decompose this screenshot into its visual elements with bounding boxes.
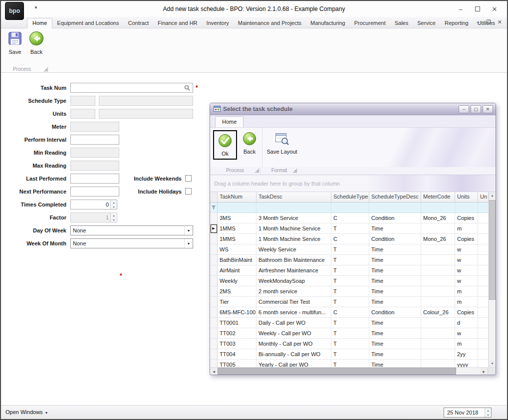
dialog-minimize-button[interactable]: –: [459, 105, 469, 113]
spin-up-icon[interactable]: ▲: [111, 200, 117, 205]
vertical-scroll-thumb[interactable]: [489, 200, 496, 300]
factor-stepper[interactable]: 1 ▲ ▼: [70, 212, 117, 222]
dialog-back-button[interactable]: Back: [239, 130, 260, 155]
dialog-close-button[interactable]: ✕: [483, 105, 493, 113]
quick-access-dropdown-icon[interactable]: ▼: [34, 5, 38, 10]
group-dialog-launcher-icon[interactable]: [44, 67, 48, 71]
close-button[interactable]: ✕: [486, 2, 503, 15]
units-desc-input[interactable]: [99, 109, 193, 119]
scroll-down-icon[interactable]: ▼: [489, 360, 496, 367]
spin-down-icon[interactable]: ▼: [485, 413, 491, 417]
scroll-up-icon[interactable]: ▲: [489, 192, 496, 199]
column-header-units[interactable]: Units: [455, 192, 478, 203]
dialog-maximize-button[interactable]: ▢: [471, 105, 481, 113]
table-row[interactable]: BathBinMaintBathroom Bin MaintenanceTTim…: [210, 255, 489, 265]
times-completed-stepper[interactable]: 0 ▲ ▼: [70, 200, 117, 210]
schedule-type-desc-input[interactable]: [99, 96, 193, 106]
table-row[interactable]: 3MS3 Month ServiceCConditionMono_26Copie…: [210, 213, 489, 223]
table-row[interactable]: 2MS2 month serviceTTimem: [210, 286, 489, 297]
day-of-week-select[interactable]: None ▼: [70, 225, 193, 235]
last-performed-input[interactable]: [70, 174, 119, 184]
open-windows-button[interactable]: Open Windows▼: [5, 409, 48, 415]
tab-contract[interactable]: Contract: [124, 18, 154, 28]
spin-up-icon[interactable]: ▲: [111, 213, 117, 217]
spin-up-icon[interactable]: ▲: [485, 408, 491, 413]
mdi-restore-button[interactable]: ❐: [486, 19, 491, 25]
mdi-minimize-button[interactable]: –: [477, 19, 480, 25]
save-layout-button[interactable]: Save Layout: [265, 130, 298, 155]
column-header-tasknum[interactable]: TaskNum: [218, 192, 256, 203]
back-button[interactable]: Back: [26, 31, 46, 55]
tab-inventory[interactable]: Inventory: [202, 18, 234, 28]
tab-manufacturing[interactable]: Manufacturing: [306, 18, 350, 28]
tab-sales[interactable]: Sales: [390, 18, 413, 28]
table-row[interactable]: TierCommercial Tier TestTTimem: [210, 297, 489, 307]
horizontal-scroll-thumb[interactable]: [218, 368, 456, 375]
task-num-input[interactable]: [70, 83, 193, 93]
tab-reporting[interactable]: Reporting: [440, 18, 473, 28]
scroll-left-icon[interactable]: ◀: [210, 368, 218, 375]
table-row[interactable]: TT002Weekly - Call per WOTTimew: [210, 328, 489, 339]
group-by-bar[interactable]: Drag a column header here to group by th…: [210, 175, 496, 192]
filter-cell-scheduletypedesc[interactable]: [369, 203, 421, 213]
filter-cell-units[interactable]: [455, 203, 478, 213]
include-weekends-checkbox[interactable]: [185, 175, 192, 182]
tab-finance-and-hr[interactable]: Finance and HR: [153, 18, 202, 28]
table-row[interactable]: ▶1MMS1 Month Machine ServiceTTimem: [210, 223, 489, 234]
save-layout-label: Save Layout: [266, 149, 297, 155]
dialog-titlebar[interactable]: Select the task schedule – ▢ ✕: [210, 103, 496, 115]
chevron-down-icon[interactable]: ▼: [184, 239, 193, 248]
mdi-close-button[interactable]: ✕: [498, 19, 502, 25]
dialog-tab-home[interactable]: Home: [215, 116, 244, 127]
maximize-button[interactable]: [469, 2, 486, 15]
schedule-type-code-input[interactable]: [70, 96, 95, 106]
column-header-metercode[interactable]: MeterCode: [421, 192, 455, 203]
group-dialog-launcher-icon[interactable]: [293, 169, 297, 173]
perform-interval-input[interactable]: [70, 135, 119, 145]
minimize-button[interactable]: –: [452, 2, 469, 15]
filter-cell-taskdesc[interactable]: [256, 203, 331, 213]
table-row[interactable]: TT005Yearly - Call per WOTTimeyyyy: [210, 360, 489, 367]
table-row[interactable]: WSWeekly ServiceTTimew: [210, 244, 489, 255]
table-row[interactable]: TT003Monthly - Call per WOTTimem: [210, 339, 489, 349]
tab-service[interactable]: Service: [413, 18, 440, 28]
filter-cell-metercode[interactable]: [421, 203, 455, 213]
filter-cell-tasknum[interactable]: [218, 203, 256, 213]
group-dialog-launcher-icon[interactable]: [255, 169, 259, 173]
table-row[interactable]: TT0001Daily - Call per WOTTimed: [210, 318, 489, 328]
spin-down-icon[interactable]: ▼: [111, 205, 117, 209]
min-reading-input[interactable]: [70, 148, 119, 158]
scroll-right-icon[interactable]: ▶: [480, 368, 488, 375]
units-code-input[interactable]: [70, 109, 95, 119]
column-header-un[interactable]: Un: [478, 192, 489, 203]
tab-procurement[interactable]: Procurement: [350, 18, 390, 28]
search-icon[interactable]: [184, 85, 191, 92]
ok-button[interactable]: Ok: [215, 132, 236, 157]
include-holidays-checkbox[interactable]: [185, 188, 192, 195]
table-row[interactable]: 6MS-MFC-1006 month service - multifun...…: [210, 307, 489, 318]
table-row[interactable]: AirMaintAirfreshner MaintenanceTTimew: [210, 265, 489, 276]
table-row[interactable]: TT004Bi-annually - Call per WOTTime2yy: [210, 349, 489, 360]
spin-down-icon[interactable]: ▼: [111, 217, 117, 222]
next-performance-input[interactable]: [70, 187, 119, 197]
dialog-form-icon: [214, 105, 221, 113]
horizontal-scrollbar[interactable]: ◀ ▶: [210, 367, 496, 375]
filter-cell-un[interactable]: [478, 203, 489, 213]
save-button[interactable]: Save: [5, 31, 25, 55]
week-of-month-select[interactable]: None ▼: [70, 238, 193, 248]
chevron-down-icon[interactable]: ▼: [184, 226, 193, 235]
column-header-scheduletype[interactable]: ScheduleType: [331, 192, 369, 203]
table-row[interactable]: WeeklyWeekMondaySoapTTimew: [210, 276, 489, 286]
tab-home[interactable]: Home: [27, 18, 52, 29]
tab-maintenance-and-projects[interactable]: Maintenance and Projects: [234, 18, 306, 28]
max-reading-input[interactable]: [70, 161, 119, 171]
column-header-taskdesc[interactable]: TaskDesc: [256, 192, 331, 203]
cell-metercode: [421, 276, 455, 286]
tab-equipment-and-locations[interactable]: Equipment and Locations: [52, 18, 123, 28]
vertical-scrollbar[interactable]: ▲ ▼: [489, 192, 496, 367]
table-row[interactable]: 1MMS1 Month Machine ServiceCConditionMon…: [210, 234, 489, 244]
column-header-scheduletypedesc[interactable]: ScheduleTypeDesc: [369, 192, 421, 203]
date-field[interactable]: 25 Nov 2018 ▲ ▼: [444, 408, 492, 418]
filter-cell-scheduletype[interactable]: [331, 203, 369, 213]
meter-input[interactable]: [70, 122, 119, 132]
